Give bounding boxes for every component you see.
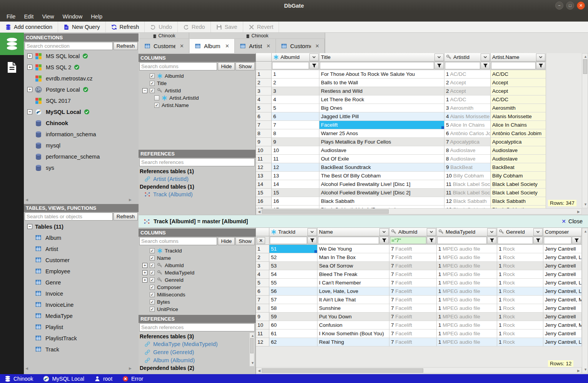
filter-funnel-icon[interactable] <box>536 62 545 69</box>
grid-cell[interactable]: Put You Down <box>317 313 389 321</box>
table-item-playlist[interactable]: Playlist <box>24 321 139 333</box>
filter-input-genreid[interactable] <box>498 237 533 244</box>
connection-sql-2017[interactable]: SQL 2017 <box>24 95 139 106</box>
grid-column-header-composer[interactable]: Composer <box>543 228 582 236</box>
top-column-item-artist-name[interactable]: ✓Artist.Name <box>139 102 256 109</box>
grid-cell[interactable]: 7 Facelift <box>389 338 437 346</box>
row-header-cell[interactable]: 8 <box>256 304 269 313</box>
grid-cell[interactable]: 4 Alanis Morissette <box>444 112 491 121</box>
connections-nav-button[interactable] <box>0 33 24 55</box>
row-header-cell[interactable]: 2 <box>256 253 269 262</box>
filter-input-mediatypeid[interactable] <box>437 237 487 244</box>
bottom-column-item-mediatypeid[interactable]: +✓MediaTypeId <box>139 269 256 276</box>
grid-cell[interactable]: Jerry Cantrell, Layne Staley <box>543 287 582 296</box>
connection-postgre-local[interactable]: +Postgre Local <box>24 84 139 95</box>
minimize-button[interactable]: − <box>555 2 563 10</box>
connection-mysql[interactable]: mysql <box>24 140 139 151</box>
bottom-column-item-trackid[interactable]: ✓TrackId <box>139 247 256 254</box>
grid-cell[interactable]: Jagged Little Pill <box>319 112 444 121</box>
top-grid-vscrollbar[interactable]: ▲▼ <box>582 53 588 208</box>
top-show-button[interactable]: Show <box>236 62 255 70</box>
clear-filter-button[interactable]: ✕ <box>257 237 265 244</box>
connection-information-schema[interactable]: information_schema <box>24 129 139 140</box>
tables-hscrollbar[interactable]: ◀ ▶ <box>24 366 139 371</box>
row-header-cell[interactable]: 14 <box>256 180 272 189</box>
filter-funnel-icon[interactable] <box>307 237 317 244</box>
grid-cell[interactable]: 11 Black Label Society <box>444 189 491 197</box>
grid-cell[interactable]: 7 Facelift <box>389 313 437 321</box>
grid-cell[interactable]: Restless and Wild <box>319 87 444 95</box>
grid-cell[interactable]: For Those About To Rock We Salute You <box>319 70 444 79</box>
filter-funnel-icon[interactable] <box>434 62 444 69</box>
row-header-cell[interactable]: 4 <box>256 270 269 279</box>
grid-cell[interactable]: Jerry Cantrell, Michael Starr, Layne Sta… <box>543 321 582 329</box>
grid-cell[interactable]: 54 <box>269 270 317 279</box>
grid-cell[interactable]: 7 Facelift <box>389 304 437 313</box>
grid-cell[interactable]: 11 <box>272 155 319 163</box>
bottom-hide-button[interactable]: Hide <box>218 237 235 245</box>
grid-cell[interactable]: 1 Rock <box>497 279 543 287</box>
connections-hscrollbar[interactable]: ◀ ▶ <box>24 197 139 203</box>
fill-handle[interactable] <box>314 250 317 253</box>
grid-cell[interactable]: Apocalyptica <box>491 138 546 146</box>
column-menu-chevron-icon[interactable] <box>309 54 319 61</box>
filter-funnel-icon[interactable] <box>487 237 496 244</box>
grid-cell[interactable]: 16 <box>272 197 319 206</box>
grid-cell[interactable]: 13 <box>272 172 319 180</box>
tab-artist[interactable]: Artist✕ <box>235 39 276 53</box>
grid-column-header-artist-name[interactable]: Artist.Name <box>491 53 546 62</box>
grid-column-header-mediatypeid[interactable]: MediaTypeId <box>437 228 497 236</box>
grid-cell[interactable]: Black Sabbath <box>491 206 546 208</box>
grid-cell[interactable]: I Know Somethin (Bout You) <box>317 329 389 338</box>
connection-sys[interactable]: sys <box>24 162 139 173</box>
grid-cell[interactable]: Aerosmith <box>491 104 546 112</box>
grid-cell[interactable]: 7 Facelift <box>389 296 437 304</box>
table-item-employee[interactable]: Employee <box>24 266 139 277</box>
bottom-column-item-name[interactable]: ✓Name <box>139 254 256 262</box>
tab-customer[interactable]: Customer✕ <box>276 39 325 53</box>
row-header-cell[interactable]: 8 <box>256 129 272 138</box>
grid-cell[interactable]: 13 Black Sabbath <box>444 206 491 208</box>
connection-performance-schema[interactable]: performance_schema <box>24 151 139 162</box>
row-header-cell[interactable]: 6 <box>256 112 272 121</box>
save-button[interactable]: Save <box>211 22 243 32</box>
grid-cell[interactable]: It Ain't Like That <box>317 296 389 304</box>
expander-icon[interactable]: − <box>142 88 147 93</box>
grid-cell[interactable]: 1 Rock <box>497 304 543 313</box>
close-button[interactable]: ✕ <box>577 2 585 10</box>
row-header-cell[interactable]: 17 <box>256 206 272 208</box>
row-header-cell[interactable]: 4 <box>256 95 272 104</box>
row-header-cell[interactable]: 3 <box>256 262 269 270</box>
row-header-cell[interactable]: 1 <box>256 70 272 79</box>
reference-link-track-albumid-[interactable]: Track (AlbumId) <box>139 190 256 198</box>
grid-cell[interactable]: 59 <box>269 313 317 321</box>
menu-window[interactable]: Window <box>58 12 87 22</box>
column-menu-chevron-icon[interactable] <box>536 54 545 61</box>
tab-close-icon[interactable]: ✕ <box>180 43 184 49</box>
grid-cell[interactable]: 1 MPEG audio file <box>437 321 497 329</box>
undo-button[interactable]: Undo <box>145 22 178 32</box>
reference-link-genre-genreid-[interactable]: Genre (GenreId) <box>139 348 256 356</box>
grid-cell[interactable]: 1 Rock <box>497 245 543 253</box>
checkbox[interactable]: ✓ <box>150 74 155 79</box>
top-references-search-input[interactable] <box>139 158 255 166</box>
row-header-cell[interactable]: 12 <box>256 163 272 172</box>
grid-cell[interactable]: 7 Facelift <box>389 329 437 338</box>
grid-cell[interactable]: Jerry Cantrell, Michael Starr, Sean Kinn… <box>543 296 582 304</box>
grid-cell[interactable]: Jerry Cantrell, Layne Staley <box>543 338 582 346</box>
grid-cell[interactable]: 1 MPEG audio file <box>437 338 497 346</box>
connection-chinook[interactable]: Chinook <box>24 117 139 129</box>
reference-link-artist-artistid-[interactable]: Artist (ArtistId) <box>139 175 256 183</box>
tab-customer[interactable]: Customer✕ <box>139 39 189 53</box>
grid-cell[interactable]: Black Label Society <box>491 180 546 189</box>
top-column-item-artistid[interactable]: −✓ArtistId <box>139 87 256 94</box>
grid-column-header-artistid[interactable]: ArtistId <box>444 53 491 62</box>
checkbox[interactable]: ✓ <box>150 248 155 253</box>
bottom-column-item-bytes[interactable]: ✓Bytes <box>139 298 256 306</box>
filter-funnel-icon[interactable] <box>533 237 543 244</box>
grid-cell[interactable]: 8 <box>272 129 319 138</box>
grid-cell[interactable]: 1 MPEG audio file <box>437 262 497 270</box>
bottom-references-search-input[interactable] <box>139 323 255 331</box>
grid-cell[interactable]: 1 AC/DC <box>444 95 491 104</box>
menu-help[interactable]: Help <box>87 12 107 22</box>
